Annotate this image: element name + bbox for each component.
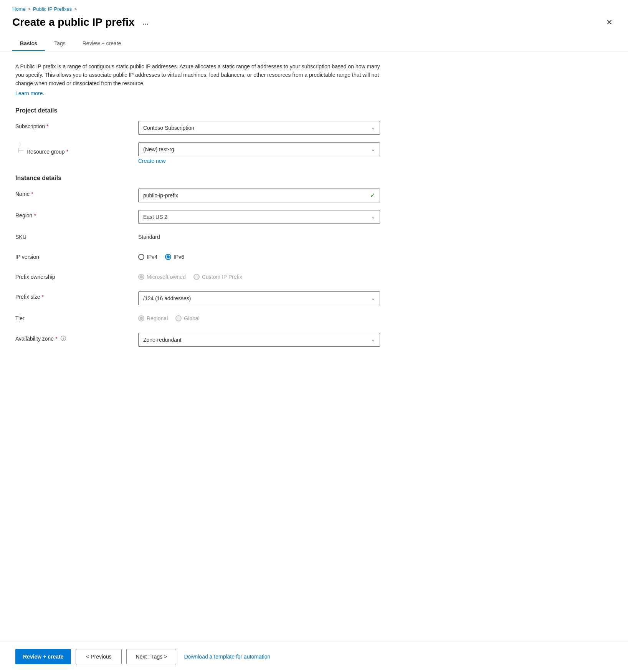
prefix-ownership-row: Prefix ownership Microsoft owned Custom … [15,271,613,284]
prefix-size-required: * [42,294,44,300]
sku-label: SKU [15,232,138,240]
main-content: A Public IP prefix is a range of contigu… [0,51,628,641]
tier-radio-group: Regional Global [138,313,380,321]
footer: Review + create < Previous Next : Tags >… [0,641,628,672]
ipv6-label: IPv6 [174,254,184,260]
subscription-row: Subscription * Contoso Subscription ⌄ [15,121,613,135]
create-new-link[interactable]: Create new [138,158,166,164]
close-button[interactable]: ✕ [603,16,616,28]
resource-group-label: Resource group * [23,146,146,155]
prefix-ownership-radio-group: Microsoft owned Custom IP Prefix [138,271,380,280]
tab-review-create[interactable]: Review + create [75,36,129,51]
sku-row: SKU Standard [15,232,613,244]
prefix-size-value: /124 (16 addresses) [143,295,191,301]
resource-group-chevron-icon: ⌄ [371,147,375,152]
ip-version-row: IP version IPv4 IPv6 [15,252,613,264]
microsoft-owned-radio-circle [138,274,144,280]
tab-tags[interactable]: Tags [46,36,73,51]
subscription-value: Contoso Subscription [143,125,194,131]
global-radio-circle [175,315,182,321]
subscription-chevron-icon: ⌄ [371,125,375,131]
ellipsis-button[interactable]: ... [139,16,152,28]
regional-radio-circle [138,315,144,321]
region-label: Region * [15,210,138,218]
name-label: Name * [15,189,138,197]
availability-zone-required: * [55,336,57,342]
custom-ip-prefix-label: Custom IP Prefix [202,274,242,280]
region-row: Region * East US 2 ⌄ [15,210,613,224]
regional-radio-item[interactable]: Regional [138,315,168,321]
review-create-button[interactable]: Review + create [15,649,71,664]
prefix-size-dropdown[interactable]: /124 (16 addresses) ⌄ [138,291,380,305]
resource-group-row: Resource group * (New) test-rg ⌄ Create … [15,142,613,164]
breadcrumb-public-ip-prefixes[interactable]: Public IP Prefixes [33,6,72,12]
regional-label: Regional [147,315,168,321]
breadcrumb-sep2: > [74,7,77,12]
ipv4-radio-circle [138,254,144,260]
name-input[interactable]: public-ip-prefix ✓ [138,189,380,202]
sku-value: Standard [138,232,380,240]
instance-details-title: Instance details [15,175,613,182]
name-row: Name * public-ip-prefix ✓ [15,189,613,202]
region-dropdown[interactable]: East US 2 ⌄ [138,210,380,224]
global-radio-item[interactable]: Global [175,315,199,321]
breadcrumb-sep1: > [28,7,31,12]
name-value: public-ip-prefix [143,192,178,199]
ip-version-label: IP version [15,252,138,260]
ipv4-label: IPv4 [147,254,157,260]
ipv6-radio-circle [165,254,171,260]
ip-version-field: IPv4 IPv6 [138,252,380,260]
prefix-size-row: Prefix size * /124 (16 addresses) ⌄ [15,291,613,305]
automation-link[interactable]: Download a template for automation [184,654,270,660]
region-field: East US 2 ⌄ [138,210,380,224]
region-chevron-icon: ⌄ [371,214,375,220]
region-value: East US 2 [143,214,167,220]
description-text: A Public IP prefix is a range of contigu… [15,62,380,88]
tier-label: Tier [15,313,138,321]
availability-zone-chevron-icon: ⌄ [371,337,375,343]
prefix-size-chevron-icon: ⌄ [371,296,375,301]
previous-button[interactable]: < Previous [76,649,122,664]
sku-field: Standard [138,232,380,240]
resource-group-dropdown[interactable]: (New) test-rg ⌄ [138,142,380,156]
tier-field: Regional Global [138,313,380,321]
ipv6-radio-item[interactable]: IPv6 [165,254,184,260]
ipv4-radio-item[interactable]: IPv4 [138,254,157,260]
availability-zone-row: Availability zone * ⓘ Zone-redundant ⌄ [15,333,613,347]
custom-ip-prefix-radio-circle [193,274,200,280]
breadcrumb-home[interactable]: Home [12,6,26,12]
breadcrumb: Home > Public IP Prefixes > [12,6,616,12]
microsoft-owned-label: Microsoft owned [147,274,186,280]
name-field: public-ip-prefix ✓ [138,189,380,202]
custom-ip-prefix-radio-item[interactable]: Custom IP Prefix [193,274,242,280]
prefix-ownership-label: Prefix ownership [15,271,138,280]
resource-group-field: (New) test-rg ⌄ Create new [138,142,380,164]
microsoft-owned-radio-item[interactable]: Microsoft owned [138,274,186,280]
prefix-size-field: /124 (16 addresses) ⌄ [138,291,380,305]
tab-bar: Basics Tags Review + create [12,36,616,51]
ip-version-radio-group: IPv4 IPv6 [138,252,380,260]
availability-zone-dropdown[interactable]: Zone-redundant ⌄ [138,333,380,347]
availability-zone-info-icon[interactable]: ⓘ [61,335,66,342]
subscription-required: * [46,123,48,129]
tier-row: Tier Regional Global [15,313,613,325]
tab-basics[interactable]: Basics [12,36,45,51]
availability-zone-label: Availability zone * ⓘ [15,333,138,342]
resource-group-required: * [66,149,68,155]
name-check-icon: ✓ [370,192,375,199]
subscription-dropdown[interactable]: Contoso Subscription ⌄ [138,121,380,135]
prefix-ownership-field: Microsoft owned Custom IP Prefix [138,271,380,280]
prefix-size-label: Prefix size * [15,291,138,300]
availability-zone-value: Zone-redundant [143,337,182,343]
resource-group-value: (New) test-rg [143,146,174,152]
name-required: * [31,191,33,197]
region-required: * [34,212,36,218]
page-title: Create a public IP prefix [12,16,135,29]
learn-more-link[interactable]: Learn more. [15,90,44,96]
availability-zone-field: Zone-redundant ⌄ [138,333,380,347]
subscription-label: Subscription * [15,121,138,129]
global-label: Global [184,315,199,321]
subscription-field: Contoso Subscription ⌄ [138,121,380,135]
project-details-title: Project details [15,107,613,114]
next-button[interactable]: Next : Tags > [126,649,176,664]
